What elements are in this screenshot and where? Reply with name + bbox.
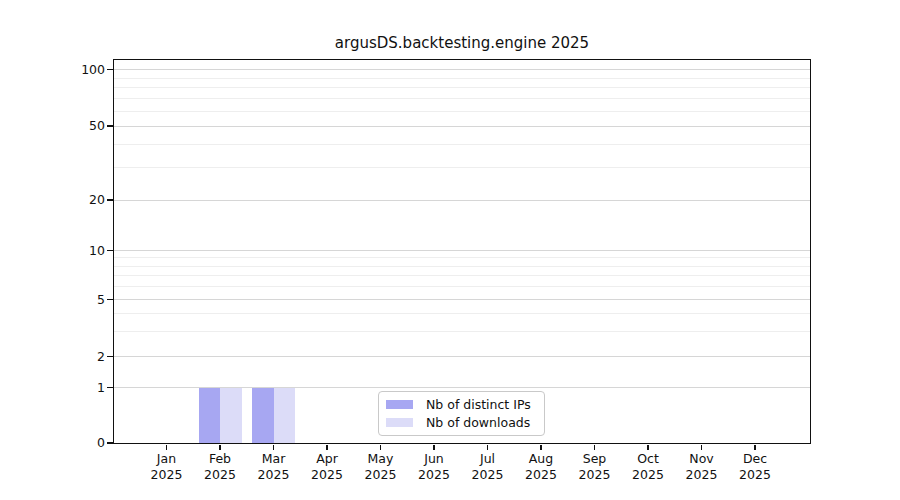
x-tick bbox=[701, 445, 703, 450]
legend: Nb of distinct IPsNb of downloads bbox=[378, 391, 545, 436]
gridline-minor bbox=[114, 286, 810, 287]
gridline-minor bbox=[114, 167, 810, 168]
y-tick-label: 1 bbox=[38, 380, 105, 396]
gridline-minor bbox=[114, 275, 810, 276]
bar-mar-downloads bbox=[274, 388, 296, 444]
gridline-major bbox=[114, 250, 810, 251]
bar-mar-distinct-ips bbox=[252, 388, 274, 444]
y-tick-label: 0 bbox=[38, 435, 105, 451]
gridline-major bbox=[114, 69, 810, 70]
x-tick bbox=[166, 445, 168, 450]
y-tick-label: 2 bbox=[38, 349, 105, 365]
legend-label: Nb of downloads bbox=[426, 415, 530, 430]
gridline-minor bbox=[114, 144, 810, 145]
gridline-minor bbox=[114, 98, 810, 99]
x-tick bbox=[219, 445, 221, 450]
legend-label: Nb of distinct IPs bbox=[426, 397, 531, 412]
y-tick-label: 10 bbox=[38, 243, 105, 259]
y-tick-label: 5 bbox=[38, 292, 105, 308]
x-tick bbox=[487, 445, 489, 450]
y-tick bbox=[107, 125, 113, 127]
y-tick bbox=[107, 69, 113, 71]
y-tick-label: 20 bbox=[38, 192, 105, 208]
bar-feb-distinct-ips bbox=[199, 388, 221, 444]
x-tick bbox=[273, 445, 275, 450]
x-tick-month: Dec bbox=[724, 451, 786, 467]
y-tick bbox=[107, 199, 113, 201]
axes-frame bbox=[113, 59, 811, 444]
x-tick-year: 2025 bbox=[724, 467, 786, 483]
y-tick bbox=[107, 299, 113, 301]
legend-entry: Nb of downloads bbox=[386, 415, 537, 430]
x-tick bbox=[433, 445, 435, 450]
x-tick bbox=[326, 445, 328, 450]
x-tick bbox=[380, 445, 382, 450]
chart-title: argusDS.backtesting.engine 2025 bbox=[114, 34, 810, 56]
x-tick bbox=[754, 445, 756, 450]
x-tick bbox=[540, 445, 542, 450]
y-tick bbox=[107, 442, 113, 444]
y-tick-label: 100 bbox=[38, 62, 105, 78]
legend-swatch bbox=[386, 400, 413, 410]
gridline-major bbox=[114, 356, 810, 357]
gridline-minor bbox=[114, 331, 810, 332]
gridline-minor bbox=[114, 266, 810, 267]
gridline-minor bbox=[114, 313, 810, 314]
y-tick bbox=[107, 250, 113, 252]
y-tick-label: 50 bbox=[38, 118, 105, 134]
x-tick bbox=[594, 445, 596, 450]
bar-feb-downloads bbox=[220, 388, 242, 444]
legend-entry: Nb of distinct IPs bbox=[386, 397, 537, 412]
gridline-minor bbox=[114, 257, 810, 258]
gridline-major bbox=[114, 126, 810, 127]
x-tick-label: Dec2025 bbox=[724, 451, 786, 483]
y-tick bbox=[107, 387, 113, 389]
gridline-minor bbox=[114, 78, 810, 79]
x-tick bbox=[647, 445, 649, 450]
figure: argusDS.backtesting.engine 2025 01251020… bbox=[0, 0, 900, 500]
y-tick bbox=[107, 356, 113, 358]
gridline-minor bbox=[114, 87, 810, 88]
gridline-major bbox=[114, 200, 810, 201]
gridline-minor bbox=[114, 111, 810, 112]
legend-swatch bbox=[386, 418, 413, 428]
gridline-major bbox=[114, 299, 810, 300]
